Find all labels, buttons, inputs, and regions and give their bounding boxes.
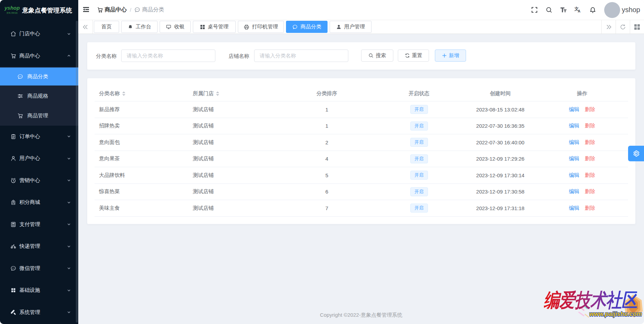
svg-text:A: A <box>578 9 581 13</box>
